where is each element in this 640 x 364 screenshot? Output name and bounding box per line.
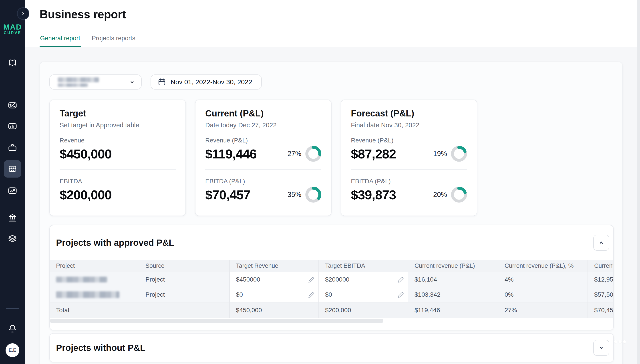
user-avatar[interactable]: E.E — [6, 343, 19, 357]
logo-text-curve: CURVE — [0, 31, 25, 35]
metric-value: $70,457 — [205, 187, 250, 202]
logo-text-mad: MAD — [0, 23, 25, 31]
current-ebitda-cell: $57,503 — [588, 287, 614, 302]
progress-ring-icon — [451, 187, 467, 203]
project-name-cell — [50, 287, 139, 302]
target-ebitda-cell[interactable]: $0 — [319, 287, 408, 302]
sidebar: MAD CURVE — [0, 0, 25, 364]
book-icon — [7, 58, 18, 68]
target-card: Target Set target in Approved table Reve… — [49, 100, 186, 216]
table-row: Project $0 $0 $103,342 0% $57,503 — [50, 287, 614, 302]
tab-projects-reports[interactable]: Projects reports — [91, 35, 136, 47]
card-divider — [351, 169, 467, 170]
plus-minus-chart-icon — [7, 100, 18, 111]
metric-percent: 20% — [433, 191, 447, 199]
current-pnl-card: Current (P&L) Date today Dec 27, 2022 Re… — [195, 100, 332, 216]
card-title: Target — [60, 108, 176, 118]
section-title: Projects without P&L — [56, 343, 146, 353]
sidebar-expand-button[interactable] — [17, 7, 29, 20]
horizontal-scrollbar-thumb[interactable] — [50, 319, 383, 323]
total-target-ebitda-cell: $200,000 — [319, 302, 408, 318]
metric-label: EBITDA (P&L) — [205, 178, 321, 185]
report-tabs: General report Projects reports — [40, 35, 136, 47]
column-header: Source — [139, 260, 230, 272]
collapse-section-button[interactable] — [593, 235, 609, 251]
briefcase-icon — [7, 142, 18, 153]
metric-value: $39,873 — [351, 187, 396, 202]
current-ebitda-cell: $12,954 — [588, 272, 614, 287]
company-dropdown[interactable] — [49, 74, 142, 90]
progress-ring-icon — [451, 146, 467, 162]
card-subtitle: Final date Nov 30, 2022 — [351, 122, 467, 129]
project-name-cell — [50, 272, 139, 287]
tab-general-report[interactable]: General report — [40, 35, 81, 47]
target-revenue-cell[interactable]: $450000 — [230, 272, 319, 287]
sidebar-item-projects[interactable] — [7, 142, 18, 153]
pencil-icon[interactable] — [308, 276, 315, 283]
chevron-right-icon — [20, 11, 26, 16]
date-range-button[interactable]: Nov 01, 2022-Nov 30, 2022 — [151, 74, 262, 90]
bell-icon — [7, 323, 18, 334]
metric-label: EBITDA (P&L) — [351, 178, 467, 185]
storefront-icon — [7, 164, 18, 174]
card-title: Current (P&L) — [205, 108, 321, 118]
source-cell: Project — [139, 287, 230, 302]
kpi-cards: Target Set target in Approved table Reve… — [49, 100, 477, 216]
sidebar-item-reports[interactable] — [7, 121, 18, 132]
total-target-revenue-cell: $450,000 — [230, 302, 319, 318]
date-range-label: Nov 01, 2022-Nov 30, 2022 — [171, 78, 252, 86]
total-label-cell: Total — [50, 302, 139, 318]
pencil-icon[interactable] — [308, 291, 315, 298]
metric-label: Revenue (P&L) — [205, 137, 321, 144]
notifications-button[interactable] — [7, 323, 18, 334]
sidebar-item-library[interactable] — [7, 58, 18, 68]
progress-ring-icon — [305, 187, 321, 203]
redacted-project-name — [56, 277, 107, 282]
madcurve-logo: MAD CURVE — [0, 23, 25, 35]
source-cell: Project — [139, 272, 230, 287]
chevron-down-icon — [598, 344, 605, 351]
metric-label: Revenue (P&L) — [351, 137, 467, 144]
report-panel: Nov 01, 2022-Nov 30, 2022 Target Set tar… — [40, 62, 623, 364]
progress-ring-icon — [305, 146, 321, 162]
current-revenue-pct-cell: 0% — [498, 287, 588, 302]
expand-section-button[interactable] — [593, 340, 609, 356]
avatar-initials: E.E — [9, 347, 16, 353]
column-header: Current revenue (P&L) — [408, 260, 498, 272]
target-ebitda-cell[interactable]: $200000 — [319, 272, 408, 287]
target-revenue-cell[interactable]: $0 — [230, 287, 319, 302]
page-scrollbar[interactable] — [637, 0, 640, 364]
forecast-pnl-card: Forecast (P&L) Final date Nov 30, 2022 R… — [341, 100, 477, 216]
pencil-icon[interactable] — [398, 291, 404, 298]
card-divider — [60, 169, 176, 170]
page-title: Business report — [40, 8, 126, 21]
metric-percent: 19% — [433, 150, 447, 158]
table-header-row: Project Source Target Revenue Target EBI… — [50, 260, 614, 272]
total-source-cell — [139, 302, 230, 318]
main-area: Business report General report Projects … — [25, 0, 640, 364]
sidebar-item-performance[interactable] — [7, 185, 18, 196]
pencil-icon[interactable] — [398, 276, 404, 283]
page-header: Business report General report Projects … — [25, 0, 640, 47]
sidebar-item-finance[interactable] — [7, 212, 18, 223]
metric-value: $450,000 — [60, 146, 112, 161]
current-revenue-cell: $103,342 — [408, 287, 498, 302]
metric-label: EBITDA — [60, 178, 176, 185]
column-header: Current revenue (P&L), % — [498, 260, 588, 272]
table-total-row: Total $450,000 $200,000 $119,446 27% $70… — [50, 302, 614, 318]
sidebar-item-business[interactable] — [7, 164, 18, 174]
card-subtitle: Set target in Approved table — [60, 122, 176, 129]
total-current-ebitda-cell: $70,457 — [588, 302, 614, 318]
card-subtitle: Date today Dec 27, 2022 — [205, 122, 321, 129]
bank-icon — [7, 212, 18, 223]
column-header: Project — [50, 260, 139, 272]
sidebar-item-estimates[interactable] — [7, 100, 18, 111]
calendar-icon — [158, 78, 166, 86]
current-revenue-pct-cell: 4% — [498, 272, 588, 287]
metric-value: $87,282 — [351, 146, 396, 161]
section-title: Projects with approved P&L — [56, 238, 174, 248]
total-current-revenue-cell: $119,446 — [408, 302, 498, 318]
sidebar-item-integrations[interactable] — [7, 234, 18, 244]
layers-icon — [7, 234, 18, 244]
total-current-revenue-pct-cell: 27% — [498, 302, 588, 318]
